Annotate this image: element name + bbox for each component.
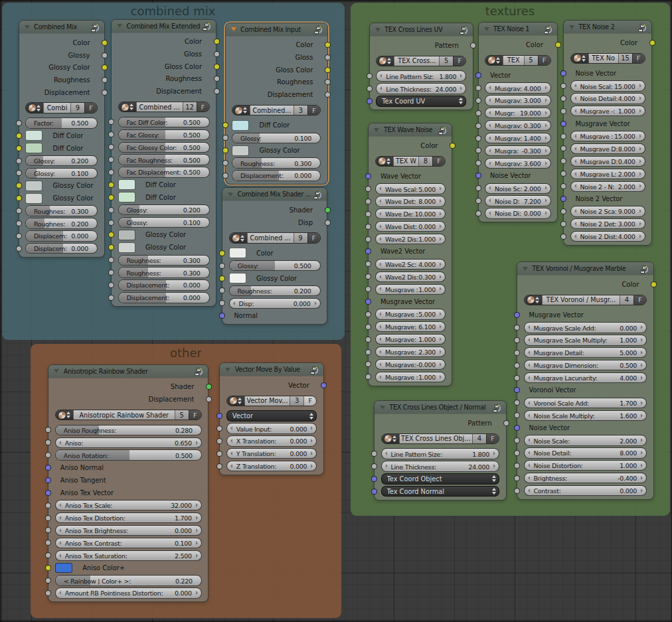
dropdown-menu[interactable]: Tex Coord UV — [376, 96, 466, 106]
number-field[interactable]: Musgrave D:0.400 — [570, 156, 645, 167]
input-socket-grey[interactable] — [108, 270, 114, 275]
fake-user-button[interactable]: F — [486, 434, 499, 444]
nodegroup-selector[interactable]: Combined ...12F — [118, 102, 210, 113]
output-socket-yellow[interactable] — [102, 40, 108, 46]
number-field[interactable]: Musgrave D:8.000 — [570, 143, 645, 154]
number-field[interactable]: Aniso Tex Contrast:0.100 — [55, 538, 202, 548]
input-socket-grey[interactable] — [560, 171, 566, 177]
input-socket-grey[interactable] — [560, 158, 566, 164]
color-swatch[interactable] — [118, 242, 135, 253]
input-socket-grey[interactable] — [560, 133, 566, 139]
input-socket-grey[interactable] — [514, 488, 520, 494]
slider-field[interactable]: Displacem:0.000 — [25, 230, 98, 241]
input-socket-vector[interactable] — [365, 248, 371, 254]
material-sphere-icon[interactable] — [26, 103, 43, 113]
number-field[interactable]: Line Pattern Siz:1.800 — [376, 70, 466, 81]
color-swatch[interactable] — [118, 179, 135, 190]
input-socket-yellow[interactable] — [16, 183, 22, 189]
material-sphere-icon[interactable] — [377, 56, 394, 66]
input-socket-grey[interactable] — [45, 452, 51, 458]
number-field[interactable]: Musgrave Scale Multiply:1.000 — [524, 335, 647, 345]
input-socket-grey[interactable] — [45, 515, 51, 521]
slider-field[interactable]: Glossy:0.100 — [118, 217, 210, 228]
number-field[interactable]: Musgrave L:2.000 — [570, 169, 645, 179]
input-socket-grey[interactable] — [475, 147, 481, 153]
output-socket-yellow[interactable] — [214, 64, 220, 70]
input-socket-grey[interactable] — [475, 110, 481, 116]
number-field[interactable]: Musgrave :1.000 — [375, 372, 446, 382]
input-socket-grey[interactable] — [371, 451, 377, 457]
output-socket-grey[interactable] — [214, 76, 220, 82]
input-socket-grey[interactable] — [365, 224, 371, 230]
material-sphere-icon[interactable] — [525, 295, 542, 305]
input-socket-vector[interactable] — [560, 121, 566, 127]
slider-field[interactable]: Factor:0.500 — [25, 117, 98, 128]
color-swatch[interactable] — [25, 130, 42, 141]
slider-field[interactable]: Fac Diff Color:0.500 — [118, 117, 210, 127]
menu-updown-icon[interactable] — [492, 488, 497, 495]
input-socket-grey[interactable] — [216, 463, 222, 469]
output-socket-yellow[interactable] — [325, 67, 331, 73]
number-field[interactable]: Noise 2 - N:2.000 — [570, 181, 645, 192]
node-header[interactable]: Vector Move By Value — [220, 363, 323, 376]
number-field[interactable]: Musgrave Dimension:0.500 — [524, 360, 647, 370]
number-field[interactable]: Musgr:19.000 — [485, 108, 551, 118]
fake-user-button[interactable]: F — [307, 233, 320, 243]
input-socket-grey[interactable] — [475, 210, 481, 216]
fake-user-button[interactable]: F — [538, 56, 550, 66]
input-socket-grey[interactable] — [514, 412, 520, 418]
input-socket-vector[interactable] — [367, 98, 373, 104]
input-socket-grey[interactable] — [219, 263, 225, 269]
number-field[interactable]: Musgrave :5.000 — [375, 309, 446, 319]
collapse-triangle-icon[interactable] — [54, 369, 59, 373]
nodegroup-name[interactable]: TEX Voronoi / Musgr... — [542, 295, 621, 305]
nodegroup-selector[interactable]: Anisotropic Rainbow Shader5F — [55, 410, 202, 421]
number-field[interactable]: Y Translation:0.000 — [226, 448, 317, 459]
input-socket-grey[interactable] — [475, 123, 481, 129]
collapse-triangle-icon[interactable] — [117, 24, 122, 28]
slider-field[interactable]: Glossy:0.200 — [118, 204, 210, 215]
number-field[interactable]: Brightness:-0.400 — [524, 473, 647, 483]
input-socket-vector[interactable] — [365, 173, 371, 179]
material-sphere-icon[interactable] — [227, 396, 244, 406]
material-sphere-icon[interactable] — [232, 106, 250, 116]
input-socket-grey[interactable] — [560, 208, 566, 214]
fake-user-button[interactable]: F — [632, 54, 645, 64]
slider-field[interactable]: Roughness:0.300 — [118, 255, 210, 266]
fake-user-button[interactable]: F — [432, 157, 445, 167]
number-field[interactable]: Wave Scal:5.000 — [375, 183, 446, 194]
collapse-triangle-icon[interactable] — [228, 193, 233, 196]
input-socket-grey[interactable] — [365, 311, 371, 317]
nodegroup-selector[interactable]: TEX5F — [485, 55, 551, 66]
dropdown-menu[interactable]: Tex Coord Object — [381, 473, 500, 484]
input-socket-grey[interactable] — [367, 86, 373, 92]
nodegroup-name[interactable]: Vector Mov... — [244, 396, 291, 406]
input-socket-grey[interactable] — [560, 221, 566, 227]
input-socket-grey[interactable] — [108, 220, 114, 226]
number-field[interactable]: Musgrav:4.000 — [485, 82, 551, 93]
number-field[interactable]: Voronoi Scale Add:1.700 — [524, 398, 647, 408]
user-count-button[interactable]: 3 — [290, 396, 303, 406]
input-socket-grey[interactable] — [475, 160, 481, 166]
output-socket-yellow[interactable] — [214, 39, 220, 44]
input-socket-grey[interactable] — [45, 590, 51, 596]
output-socket-grey[interactable] — [503, 420, 509, 426]
input-socket-grey[interactable] — [16, 220, 22, 226]
number-field[interactable]: Musgrave Lacunarity:4.000 — [524, 372, 647, 383]
nodegroup-name[interactable]: Combi — [43, 103, 71, 113]
node-header[interactable]: TEX Cross Lines UV — [370, 23, 473, 36]
output-socket-grey[interactable] — [325, 220, 331, 226]
input-socket-grey[interactable] — [514, 325, 520, 331]
fake-user-button[interactable]: F — [189, 410, 201, 420]
input-socket-vector[interactable] — [560, 70, 566, 76]
dropdown-menu[interactable]: Vector — [226, 410, 317, 421]
input-socket-vector[interactable] — [514, 387, 520, 393]
number-field[interactable]: Contrast:0.000 — [524, 485, 647, 496]
material-sphere-icon[interactable] — [230, 233, 247, 243]
user-count-button[interactable]: 5 — [440, 56, 453, 66]
node-tex-voronoi-musgrave-marble[interactable]: TEX Voronoi / Musgrave MarbleColorTEX Vo… — [517, 262, 654, 500]
input-socket-grey[interactable] — [365, 236, 371, 242]
slider-field[interactable]: Fac Glossy Color:0.500 — [118, 142, 210, 153]
node-combined-mix-shader[interactable]: Combined Mix Shader ...ShaderDispCombine… — [222, 187, 327, 325]
input-socket-grey[interactable] — [365, 324, 371, 330]
